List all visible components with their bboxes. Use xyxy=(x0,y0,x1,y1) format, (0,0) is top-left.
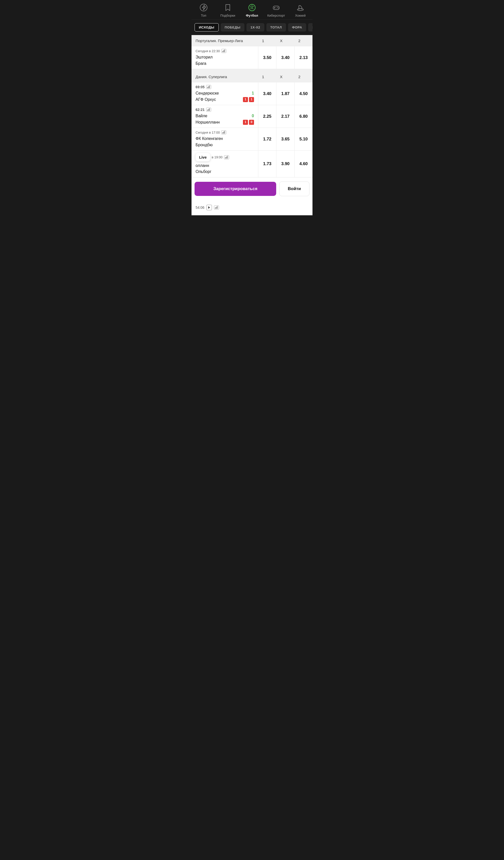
filter-1x2[interactable]: 1Х-Х2 xyxy=(247,23,264,31)
svg-rect-37 xyxy=(216,207,216,209)
league-name-portugal: Португалия. Премьер-Лига xyxy=(195,39,254,43)
svg-rect-20 xyxy=(207,87,208,88)
odds-sil-alb: 1.73 3.90 4.60 xyxy=(258,150,312,177)
odd2-vay-nor[interactable]: 6.80 xyxy=(294,105,312,128)
svg-line-6 xyxy=(250,6,251,7)
badge-nor-1: 1 xyxy=(243,120,248,125)
filter-bar: ИСХОДЫ ПОБЕДЫ 1Х-Х2 ТОТАЛ ФОРА ЗАБЬЮТ ГО… xyxy=(192,20,312,35)
nav-label-esports: Киберспорт xyxy=(267,14,285,17)
odd1-sil-alb[interactable]: 1.73 xyxy=(258,150,276,177)
filter-fora[interactable]: ФОРА xyxy=(288,23,306,31)
svg-rect-22 xyxy=(209,86,209,88)
odd2-kop-bro[interactable]: 5.10 xyxy=(294,128,312,150)
partial-match-info: 54:06 xyxy=(192,203,312,212)
odd1-vay-nor[interactable]: 2.25 xyxy=(258,105,276,128)
stats-icon-vay-nor[interactable] xyxy=(206,108,211,112)
odds-sen-agf: 3.40 1.87 4.50 xyxy=(258,83,312,105)
stats-icon-partial[interactable] xyxy=(214,205,219,210)
odd2-esh-bra[interactable]: 2.13 xyxy=(294,46,312,69)
badge-agf-1: 1 xyxy=(243,97,248,102)
bottom-bar: Зарегистрироваться Войти xyxy=(192,177,312,200)
nav-item-collections[interactable]: Подборки xyxy=(219,3,237,17)
match-time-vay-nor: 62:21 xyxy=(195,108,254,112)
match-time-kop-bro: Сегодня в 17:00 xyxy=(195,130,254,134)
svg-rect-33 xyxy=(226,157,226,159)
svg-rect-24 xyxy=(207,110,208,111)
team2-bra: Брага xyxy=(195,61,254,66)
oddx-vay-nor[interactable]: 2.17 xyxy=(276,105,294,128)
nav-item-football[interactable]: Футбол xyxy=(243,3,261,17)
odd1-kop-bro[interactable]: 1.72 xyxy=(258,128,276,150)
match-row: Сегодня в 22:30 Эшторил Брага 3.50 3.40 … xyxy=(192,46,312,69)
partial-time: 54:06 xyxy=(195,205,309,210)
svg-rect-35 xyxy=(227,156,228,159)
odd1-sen-agf[interactable]: 3.40 xyxy=(258,83,276,105)
team2-agf: АГФ Орхус 1 1 xyxy=(195,97,254,102)
oddx-kop-bro[interactable]: 3.65 xyxy=(276,128,294,150)
nav-label-collections: Подборки xyxy=(221,14,235,17)
svg-rect-18 xyxy=(224,50,224,52)
match-row: Сегодня в 17:00 ФК Копенгаген Брондбю 1.… xyxy=(192,128,312,150)
match-row: 69:05 Сендерюске 1 АГФ Орхус 1 1 3.40 1.… xyxy=(192,83,312,105)
odd1-esh-bra[interactable]: 3.50 xyxy=(258,46,276,69)
svg-rect-28 xyxy=(222,132,223,134)
svg-rect-26 xyxy=(209,109,209,111)
login-button[interactable]: Войти xyxy=(279,182,309,196)
partial-row: 54:06 xyxy=(192,200,312,215)
stats-icon-esh-bra[interactable] xyxy=(221,49,226,53)
filter-outcomes[interactable]: ИСХОДЫ xyxy=(195,23,219,31)
gamepad-icon xyxy=(272,3,281,12)
team2-nor: Норшелланн 1 0 xyxy=(195,119,254,125)
odd2-sen-agf[interactable]: 4.50 xyxy=(294,83,312,105)
bolt-icon xyxy=(199,3,208,12)
match-info-sil-alb: Live в 19:00 олланн Ольборг xyxy=(192,150,258,177)
oddx-sil-alb[interactable]: 3.90 xyxy=(276,150,294,177)
oddx-sen-agf[interactable]: 1.87 xyxy=(276,83,294,105)
svg-line-7 xyxy=(252,8,253,9)
col-x-portugal: X xyxy=(272,39,290,43)
svg-rect-30 xyxy=(224,131,224,134)
svg-point-14 xyxy=(277,8,277,9)
match-info-vay-nor: 62:21 Вайле 0 Норшелланн 1 0 xyxy=(192,105,258,128)
svg-line-8 xyxy=(251,8,251,9)
team1-kop: ФК Копенгаген xyxy=(195,136,254,141)
odd2-sil-alb[interactable]: 4.60 xyxy=(294,150,312,177)
match-row: Live в 19:00 олланн Ольборг 1.73 3.90 4.… xyxy=(192,150,312,177)
team2-bro: Брондбю xyxy=(195,142,254,148)
match-time-sen-agf: 69:05 xyxy=(195,85,254,89)
svg-rect-29 xyxy=(223,132,223,134)
odds-esh-bra: 3.50 3.40 2.13 xyxy=(258,46,312,69)
nav-item-esports[interactable]: Киберспорт xyxy=(267,3,285,17)
svg-point-12 xyxy=(277,7,278,8)
col-2-denmark: 2 xyxy=(290,75,309,79)
time-text-kop: Сегодня в 17:00 xyxy=(195,131,220,134)
filter-score[interactable]: ЗАБЬЮТ ГОЛ xyxy=(308,23,312,31)
register-button[interactable]: Зарегистрироваться xyxy=(195,182,276,196)
col-1-portugal: 1 xyxy=(254,39,272,43)
svg-rect-25 xyxy=(208,109,208,111)
section-divider-1 xyxy=(192,69,312,71)
svg-marker-2 xyxy=(251,6,253,8)
league-cols-denmark: 1 X 2 xyxy=(254,75,309,79)
filter-wins[interactable]: ПОБЕДЫ xyxy=(221,23,244,31)
team2-alb: Ольборг xyxy=(195,169,254,174)
score-green-vay: 0 xyxy=(252,113,254,119)
svg-rect-16 xyxy=(222,51,223,52)
col-2-portugal: 2 xyxy=(290,39,309,43)
oddx-esh-bra[interactable]: 3.40 xyxy=(276,46,294,69)
filter-total[interactable]: ТОТАЛ xyxy=(266,23,286,31)
svg-line-5 xyxy=(253,6,254,7)
league-header-portugal: Португалия. Премьер-Лига 1 X 2 xyxy=(192,35,312,46)
stats-icon-sil-alb[interactable] xyxy=(224,155,229,159)
stats-icon-kop-bro[interactable] xyxy=(221,130,226,134)
nav-item-hockey[interactable]: Хоккей xyxy=(292,3,309,17)
partial-time-text: 54:06 xyxy=(195,205,204,210)
svg-rect-32 xyxy=(225,157,225,159)
svg-rect-21 xyxy=(208,86,208,88)
svg-rect-17 xyxy=(223,51,223,52)
hockey-icon xyxy=(296,3,305,12)
play-button[interactable] xyxy=(206,205,212,210)
stats-icon-sen-agf[interactable] xyxy=(206,85,211,89)
nav-item-top[interactable]: Топ xyxy=(195,3,212,17)
football-icon xyxy=(248,3,256,12)
